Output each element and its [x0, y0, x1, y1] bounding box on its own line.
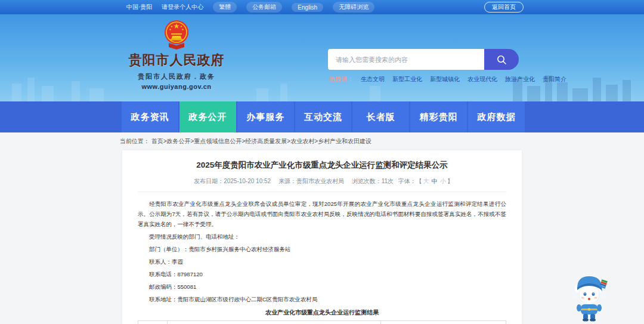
main-nav: 政务资讯 政务公开 办事服务 互动交流 长者版 精彩贵阳 政府数据 [0, 101, 644, 132]
view-count: 浏览次数：11次 [352, 178, 394, 184]
article-body: 经贵阳市农业产业化市级重点龙头企业联席会议成员单位审定，现对2025年开展的农业… [138, 199, 506, 304]
publish-date: 发布日期：2025-10-20 10:52 [194, 178, 271, 184]
nav-item-jcgy[interactable]: 精彩贵阳 [410, 101, 467, 132]
table-header-row: 序号 企业名称 监测结果 [138, 321, 506, 324]
article-meta: 发布日期：2025-10-20 10:52 来源：贵阳市农业农村局 浏览次数：1… [138, 177, 506, 192]
paragraph-contact-header: 受理情况反映的部门、电话和地址： [138, 232, 506, 242]
article-card: 2025年度贵阳市农业产业化市级重点龙头企业运行监测和评定结果公示 发布日期：2… [122, 150, 522, 324]
hot-search-bar: 热搜词： 生态文明 新型工业化 新型城镇化 农业现代化 旅游产业化 贵阳简介 [329, 75, 566, 84]
header-no: 序号 [138, 321, 168, 324]
font-bracket: 】 [447, 178, 453, 184]
search-button[interactable] [484, 49, 519, 70]
search-icon [496, 54, 507, 65]
return-home-button[interactable]: 返回首页 [484, 2, 524, 13]
article-title: 2025年度贵阳市农业产业化市级重点龙头企业运行监测和评定结果公示 [138, 160, 506, 171]
national-emblem-icon [163, 19, 190, 50]
hot-search-item[interactable]: 旅游产业化 [505, 75, 535, 84]
topbar-english-link[interactable]: English [292, 3, 323, 12]
paragraph-intro: 经贵阳市农业产业化市级重点龙头企业联席会议成员单位审定，现对2025年开展的农业… [138, 199, 506, 229]
font-size-small-button[interactable]: 小 [440, 178, 446, 184]
breadcrumb: 当前位置： 首页>政务公开>重点领域信息公开>经济高质量发展>农业农村>乡村产业… [120, 137, 371, 146]
site-subtitle: 贵阳市人民政府．政务 [124, 72, 229, 81]
breadcrumb-label: 当前位置： [120, 138, 150, 144]
monitoring-results-table: 序号 企业名称 监测结果 1 贵州合力超市采购有限公司 合格 2 贵州友禾种业有… [138, 320, 506, 324]
header-company: 企业名称 [168, 321, 381, 324]
article-source: 来源：贵阳市农业农村局 [278, 178, 344, 184]
nav-item-zwzx[interactable]: 政务资讯 [122, 101, 178, 132]
results-table-title: 农业产业化市级重点龙头企业运行监测结果 [138, 308, 506, 317]
header-result: 监测结果 [381, 321, 506, 324]
font-size-medium-button[interactable]: 中 [432, 178, 438, 184]
site-title: 贵阳市人民政府 [124, 51, 229, 69]
paragraph-postcode: 邮政编码：550081 [138, 282, 506, 292]
site-url: www.guiyang.gov.cn [124, 83, 229, 90]
nav-item-hdjl[interactable]: 互动交流 [295, 101, 352, 132]
hot-search-label: 热搜词： [329, 75, 353, 84]
font-size-label: 字体： [398, 178, 416, 184]
hot-search-item[interactable]: 新型城镇化 [430, 75, 460, 84]
nav-item-zwgk[interactable]: 政务公开 [179, 101, 236, 132]
topbar-accessibility-link[interactable]: 无障碍浏览 [333, 2, 374, 13]
main-nav-items: 政务资讯 政务公开 办事服务 互动交流 长者版 精彩贵阳 政府数据 [122, 101, 525, 132]
nav-item-zfsj[interactable]: 政府数据 [468, 101, 525, 132]
nav-item-lzb[interactable]: 长者版 [352, 101, 409, 132]
topbar-mail-link[interactable]: 公务邮箱 [246, 2, 282, 13]
topbar-login-link[interactable]: 请登录个人中心 [162, 3, 203, 11]
search-input[interactable] [328, 49, 484, 70]
hot-search-item[interactable]: 新型工业化 [392, 75, 422, 84]
nav-item-bsfw[interactable]: 办事服务 [237, 101, 294, 132]
font-size-large-button[interactable]: 大 [423, 178, 429, 184]
site-search [328, 49, 519, 70]
site-header: 贵阳市人民政府 贵阳市人民政府．政务 www.guiyang.gov.cn 热搜… [0, 14, 644, 101]
hot-search-item[interactable]: 贵阳简介 [543, 75, 566, 84]
topbar-links: 中国·贵阳 请登录个人中心 繁體 公务邮箱 English 无障碍浏览 [126, 2, 374, 13]
font-bracket: 【 [416, 178, 422, 184]
site-logo[interactable]: 贵阳市人民政府 贵阳市人民政府．政务 www.guiyang.gov.cn [124, 19, 229, 90]
top-utility-bar: 中国·贵阳 请登录个人中心 繁體 公务邮箱 English 无障碍浏览 返回首页 [0, 0, 644, 14]
paragraph-phone: 联系电话：87987120 [138, 269, 506, 279]
paragraph-contact-person: 联系人：李霞 [138, 257, 506, 267]
paragraph-department: 部门（单位）：贵阳市乡村振兴服务中心农村经济服务站 [138, 244, 506, 254]
topbar-traditional-link[interactable]: 繁體 [213, 2, 237, 13]
hot-search-item[interactable]: 生态文明 [361, 75, 385, 84]
hot-search-item[interactable]: 农业现代化 [467, 75, 497, 84]
mascot-assistant[interactable] [569, 271, 609, 323]
breadcrumb-path[interactable]: 首页>政务公开>重点领域信息公开>经济高质量发展>农业农村>乡村产业和农田建设 [151, 138, 371, 144]
paragraph-address: 联系地址：贵阳市观山湖区市级行政中心二期C区贵阳市农业农村局 [138, 294, 506, 304]
topbar-region-link[interactable]: 中国·贵阳 [126, 3, 152, 11]
